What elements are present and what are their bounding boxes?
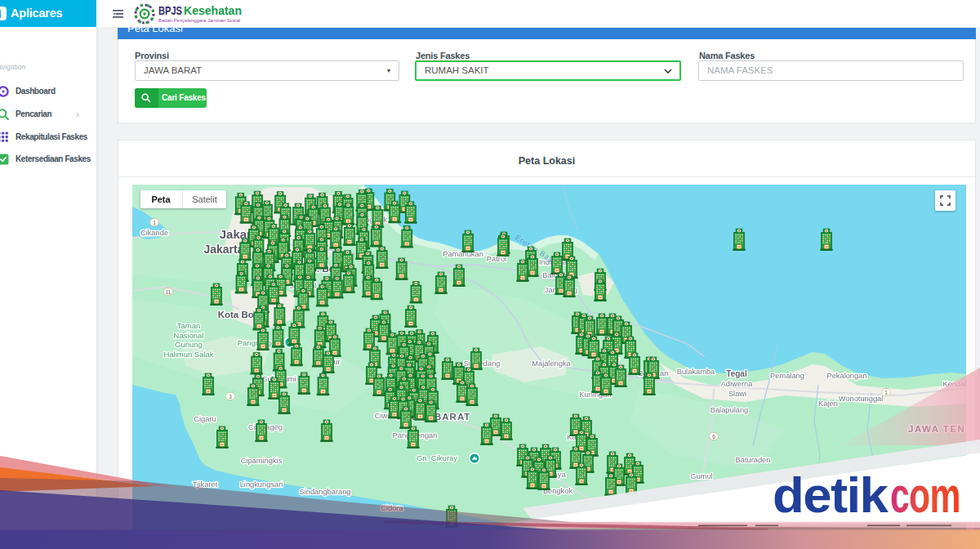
svg-text:Cikande: Cikande (140, 229, 168, 237)
svg-text:Tegal: Tegal (726, 369, 747, 378)
svg-text:Wonotunggal: Wonotunggal (839, 395, 884, 403)
svg-text:Tjikaret: Tjikaret (193, 480, 218, 489)
svg-text:Sindangbarang: Sindangbarang (299, 488, 350, 496)
svg-text:1: 1 (153, 220, 156, 225)
svg-text:BPJS: BPJS (158, 3, 182, 17)
svg-text:6: 6 (712, 434, 715, 440)
svg-text:Gunung: Gunung (175, 340, 203, 349)
svg-text:Halimun Salak: Halimun Salak (163, 350, 213, 359)
svg-text:Sumedang: Sumedang (464, 359, 501, 368)
svg-text:Kesehatan: Kesehatan (184, 3, 242, 17)
svg-text:Cigaru: Cigaru (194, 415, 216, 423)
svg-text:Kajen: Kajen (818, 399, 838, 408)
svg-text:JAWA TENG: JAWA TENG (908, 424, 966, 434)
svg-text:Pekalongan: Pekalongan (826, 372, 866, 380)
svg-text:Slawi: Slawi (728, 390, 746, 398)
svg-text:Pemalang: Pemalang (770, 372, 804, 380)
svg-text:Adiwerna: Adiwerna (721, 380, 754, 388)
svg-text:3: 3 (229, 394, 232, 399)
svg-text:Taman: Taman (177, 321, 201, 330)
svg-text:Nasional: Nasional (174, 331, 204, 340)
svg-text:Jakarta: Jakarta (203, 243, 243, 256)
svg-text:Gumul: Gumul (690, 472, 712, 480)
svg-text:Gn. Cikuray: Gn. Cikuray (416, 453, 457, 462)
svg-text:Cidora: Cidora (381, 504, 403, 512)
svg-text:Lingkungsari: Lingkungsari (240, 480, 283, 489)
svg-text:Cipamingkis: Cipamingkis (241, 457, 283, 465)
svg-text:11: 11 (166, 289, 172, 295)
svg-text:Baturaden: Baturaden (736, 456, 771, 464)
svg-text:Majalengka: Majalengka (532, 359, 571, 368)
svg-text:Pangrango: Pangrango (238, 338, 275, 347)
svg-text:Bulakamba: Bulakamba (677, 368, 715, 376)
svg-text:1: 1 (884, 390, 888, 395)
svg-text:Badan Penyelenggara Jaminan So: Badan Penyelenggara Jaminan Sosial (158, 18, 240, 23)
svg-text:Kendal: Kendal (943, 380, 966, 388)
svg-text:Balapulang: Balapulang (710, 406, 749, 414)
